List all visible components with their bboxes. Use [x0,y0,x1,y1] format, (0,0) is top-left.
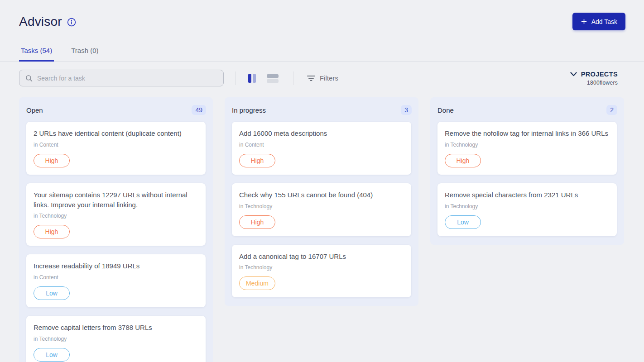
task-title: Add 16000 meta descriptions [239,129,404,138]
toolbar: Filters PROJECTS 1800flowers [0,62,644,86]
page-title: Advisor [19,14,62,29]
chevron-down-icon [570,72,577,76]
task-card[interactable]: Add a canonical tag to 16707 URLs in Tec… [232,245,411,298]
task-category: in Content [34,274,198,281]
task-title: Your sitemap contains 12297 URLs without… [34,190,198,210]
projects-dropdown[interactable]: PROJECTS [570,71,618,78]
column-count-badge: 3 [401,105,412,115]
task-category: in Technology [445,142,610,148]
column-count-badge: 49 [192,105,206,115]
task-title: 2 URLs have identical content (duplicate… [34,129,198,138]
column-header: In progress 3 [225,97,418,122]
task-category: in Technology [34,336,198,342]
task-category: in Technology [445,203,610,210]
toolbar-divider [235,71,235,85]
priority-badge: High [239,215,275,229]
list-view-icon [267,73,279,83]
column-header: Open 49 [19,97,213,122]
task-card[interactable]: Add 16000 meta descriptions in Content H… [232,122,411,175]
task-category: in Technology [239,264,404,271]
kanban-column: Done 2 Remove the nofollow tag for inter… [430,97,624,245]
projects-selector: PROJECTS 1800flowers [570,71,618,86]
card-list: 2 URLs have identical content (duplicate… [19,122,213,362]
page-header: Advisor Add Task [0,0,644,30]
task-title: Remove special characters from 2321 URLs [445,190,610,200]
search-input[interactable] [37,75,218,82]
tab-trash[interactable]: Trash (0) [69,43,100,62]
priority-badge: Medium [239,276,275,290]
priority-badge: Low [34,286,70,300]
tab-tasks[interactable]: Tasks (54) [19,43,54,62]
task-category: in Content [239,142,404,148]
kanban-column: Open 49 2 URLs have identical content (d… [19,97,213,362]
card-list: Remove the nofollow tag for internal lin… [430,122,624,245]
search-box[interactable] [19,70,224,86]
tabs-bar: Tasks (54) Trash (0) [0,43,644,62]
kanban-view-icon [248,73,257,83]
priority-badge: High [239,154,275,167]
column-title: In progress [232,106,266,114]
list-view-button[interactable] [266,72,279,84]
plus-icon [581,18,587,25]
column-title: Done [437,106,454,114]
filters-button[interactable]: Filters [307,75,338,82]
priority-badge: High [34,154,70,167]
task-title: Increase readability of 18949 URLs [34,261,198,271]
task-card[interactable]: Increase readability of 18949 URLs in Co… [26,254,206,307]
priority-badge: Low [34,348,70,362]
kanban-view-button[interactable] [247,72,258,84]
task-title: Check why 155 URLs cannot be found (404) [239,190,404,200]
task-card[interactable]: Your sitemap contains 12297 URLs without… [26,183,206,246]
task-card[interactable]: 2 URLs have identical content (duplicate… [26,122,206,175]
task-category: in Technology [34,213,198,219]
kanban-board: Open 49 2 URLs have identical content (d… [0,86,644,362]
add-task-button[interactable]: Add Task [572,13,625,30]
task-category: in Technology [239,203,404,210]
column-title: Open [26,106,43,114]
task-title: Remove the nofollow tag for internal lin… [445,129,610,138]
projects-label: PROJECTS [581,71,618,78]
priority-badge: High [445,154,481,167]
search-icon [25,74,33,82]
filter-icon [307,75,315,81]
info-icon[interactable] [67,18,76,27]
priority-badge: High [34,225,70,238]
priority-badge: Low [445,215,481,229]
kanban-column: In progress 3 Add 16000 meta description… [225,97,418,306]
task-card[interactable]: Remove special characters from 2321 URLs… [437,183,617,236]
filters-label: Filters [320,75,338,82]
task-category: in Content [34,142,198,148]
task-title: Add a canonical tag to 16707 URLs [239,252,404,262]
card-list: Add 16000 meta descriptions in Content H… [225,122,418,306]
column-count-badge: 2 [606,105,617,115]
task-card[interactable]: Remove the nofollow tag for internal lin… [437,122,617,175]
task-card[interactable]: Remove capital letters from 3788 URLs in… [26,316,206,362]
add-task-label: Add Task [591,18,617,25]
selected-project: 1800flowers [587,80,618,86]
toolbar-divider [293,71,293,85]
task-card[interactable]: Check why 155 URLs cannot be found (404)… [232,183,411,236]
task-title: Remove capital letters from 3788 URLs [34,323,198,333]
column-header: Done 2 [430,97,624,122]
